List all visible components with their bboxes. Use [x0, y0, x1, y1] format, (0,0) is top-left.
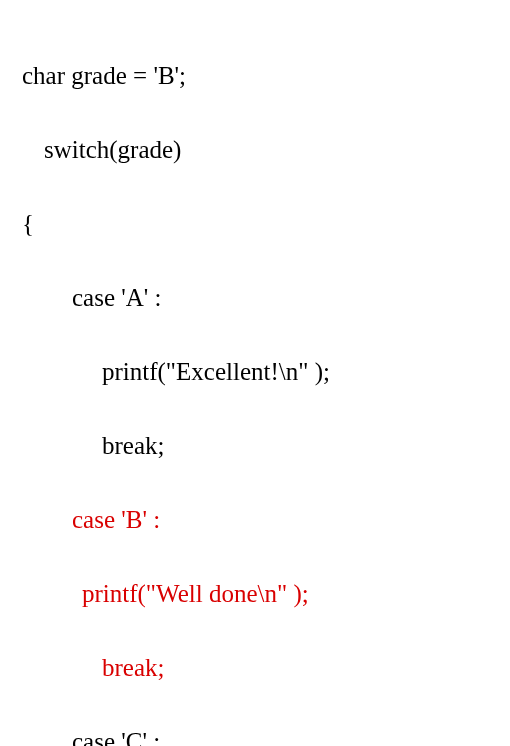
code-line: printf("Excellent!\n" ); — [22, 353, 488, 390]
code-snippet: char grade = 'B'; switch(grade) { case '… — [22, 20, 488, 746]
code-line-highlighted: break; — [22, 649, 488, 686]
code-line: char grade = 'B'; — [22, 57, 488, 94]
code-line-highlighted: case 'B' : — [22, 501, 488, 538]
code-line: case 'C' : — [22, 723, 488, 746]
code-line: { — [22, 205, 488, 242]
code-line: break; — [22, 427, 488, 464]
code-line: case 'A' : — [22, 279, 488, 316]
code-line: switch(grade) — [22, 131, 488, 168]
code-line-highlighted: printf("Well done\n" ); — [22, 575, 488, 612]
